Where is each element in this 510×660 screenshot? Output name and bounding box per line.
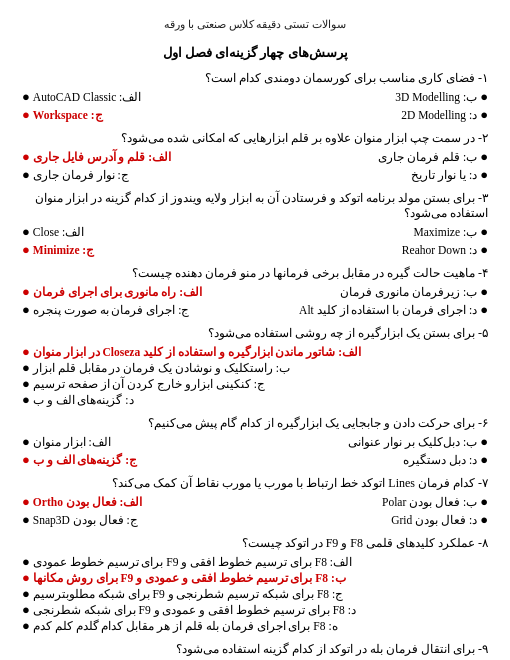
question-4: ۴- ماهیت حالت گیره در مقابل برخی فرمانها…	[22, 266, 488, 318]
q1-opt-a: الف: AutoCAD Classic ●	[22, 89, 141, 105]
q3-opt-c: ج: Minimize ●	[22, 242, 94, 258]
q8-text: ۸- عملکرد کلیدهای قلمی F8 و F9 در اتوکد …	[22, 536, 488, 551]
question-7: ۷- کدام فرمان Lines اتوکد خط ارتباط با م…	[22, 476, 488, 528]
q2-opt-d: ● د: یا نوار تاریخ	[411, 167, 488, 183]
header-line: سوالات تستی دقیقه کلاس صنعتی با ورقه	[22, 18, 488, 31]
q3-opt-b: ● ب: Maximize	[413, 224, 488, 240]
q1-opt-d: ● د: 2D Modelling	[401, 107, 488, 123]
q2-opt-a: الف: قلم و آدرس فایل جاری ●	[22, 149, 171, 165]
q5-opt-b: ب: راستکلیک و نوشادن یک فرمان در مقابل ق…	[22, 360, 488, 376]
q6-opt-d: ● د: دبل دستگیره	[403, 452, 488, 468]
q7-text: ۷- کدام فرمان Lines اتوکد خط ارتباط با م…	[22, 476, 488, 491]
q6-opt-a: الف: ابزار منوان ●	[22, 434, 111, 450]
q1-text: ۱- فضای کاری مناسب برای کورسمان دومندی ک…	[22, 71, 488, 86]
q5-opt-c: ج: کنکینی ابزارو خارج کردن آن از صفحه تر…	[22, 376, 488, 392]
question-3: ۳- برای بستن مولد برنامه اتوکد و فرستادن…	[22, 191, 488, 258]
q3-opt-d: ● د: Reahor Down	[402, 242, 488, 258]
q4-opt-d: ● د: اجرای فرمان با استفاده از کلید Alt	[299, 302, 488, 318]
q5-opt-a: الف: شاتور ماندن ابزارگیره و استفاده از …	[22, 344, 488, 360]
q7-opt-d: ● د: فعال بودن Grid	[391, 512, 488, 528]
q8-opt-b: ب: F8 برای ترسیم خطوط افقی و عمودی و F9 …	[22, 570, 488, 586]
q1-opt-b: ● ب: 3D Modelling	[395, 89, 488, 105]
q4-text: ۴- ماهیت حالت گیره در مقابل برخی فرمانها…	[22, 266, 488, 281]
q8-opt-c: ج: F8 برای شبکه ترسیم شطرنجی و F9 برای ش…	[22, 586, 488, 602]
q7-opt-a: الف: فعال بودن Ortho ●	[22, 494, 142, 510]
q5-text: ۵- برای بستن یک ابزارگیره از چه روشی است…	[22, 326, 488, 341]
q7-opt-b: ● ب: فعال بودن Polar	[382, 494, 488, 510]
q8-opt-e: ه: F8 برای اجرای فرمان بله قلم از هر مقا…	[22, 618, 488, 634]
question-2: ۲- در سمت چپ ابزار منوان علاوه بر قلم اب…	[22, 131, 488, 183]
q6-opt-c: ج: گزینه‌های الف و ب ●	[22, 452, 137, 468]
question-6: ۶- برای حرکت دادن و جابجایی یک ابزارگیره…	[22, 416, 488, 468]
q9-text: ۹- برای انتقال فرمان بله در اتوکد از کدا…	[22, 642, 488, 657]
q2-opt-c: ج: نوار فرمان جاری ●	[22, 167, 129, 183]
q3-text: ۳- برای بستن مولد برنامه اتوکد و فرستادن…	[22, 191, 488, 221]
q5-opt-d: د: گزینه‌های الف و ب ●	[22, 392, 488, 408]
q4-opt-c: ج: اجرای فرمان به صورت پنجره ●	[22, 302, 189, 318]
q3-opt-a: الف: Close ●	[22, 224, 84, 240]
question-1: ۱- فضای کاری مناسب برای کورسمان دومندی ک…	[22, 71, 488, 123]
q7-opt-c: ج: فعال بودن Snap3D ●	[22, 512, 138, 528]
page-title: پرسش‌های چهار گزینه‌ای فصل اول	[22, 45, 488, 61]
q6-text: ۶- برای حرکت دادن و جابجایی یک ابزارگیره…	[22, 416, 488, 431]
question-9: ۹- برای انتقال فرمان بله در اتوکد از کدا…	[22, 642, 488, 660]
q8-opt-d: د: F8 برای ترسیم خطوط افقی و عمودی و F9 …	[22, 602, 488, 618]
q4-opt-a: الف: راه مانوری برای اجرای فرمان ●	[22, 284, 202, 300]
question-5: ۵- برای بستن یک ابزارگیره از چه روشی است…	[22, 326, 488, 408]
q6-opt-b: ● ب: دبل‌کلیک بر نوار عنوانی	[348, 434, 488, 450]
q2-opt-b: ● ب: قلم فرمان جاری	[378, 149, 488, 165]
q1-opt-c: ج: Workspace ●	[22, 107, 103, 123]
q2-text: ۲- در سمت چپ ابزار منوان علاوه بر قلم اب…	[22, 131, 488, 146]
q4-opt-b: ● ب: زیرفرمان مانوری فرمان	[340, 284, 488, 300]
question-8: ۸- عملکرد کلیدهای قلمی F8 و F9 در اتوکد …	[22, 536, 488, 634]
q8-opt-a: الف: F8 برای ترسیم خطوط افقی و F9 برای ت…	[22, 554, 488, 570]
